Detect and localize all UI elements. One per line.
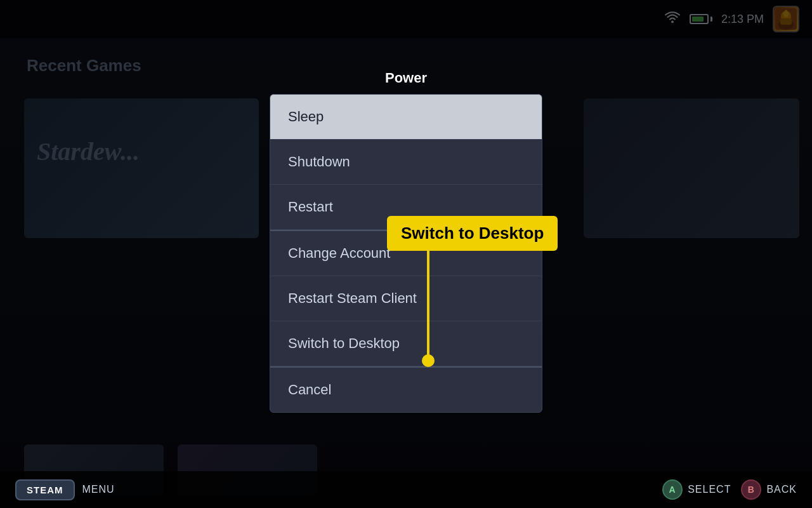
a-button-icon: A <box>662 479 683 500</box>
menu-item-restart-steam[interactable]: Restart Steam Client <box>270 276 542 321</box>
back-label: BACK <box>766 484 797 495</box>
menu-item-switch-desktop[interactable]: Switch to Desktop <box>270 321 542 366</box>
menu-item-restart[interactable]: Restart <box>270 185 542 230</box>
b-button-icon: B <box>741 479 761 500</box>
menu-label: MENU <box>82 484 115 495</box>
steam-button[interactable]: STEAM <box>15 479 75 500</box>
menu-item-cancel[interactable]: Cancel <box>270 366 542 412</box>
menu-item-shutdown[interactable]: Shutdown <box>270 140 542 185</box>
dialog-title: Power <box>270 70 542 86</box>
a-select-control: A SELECT <box>662 479 731 500</box>
select-label: SELECT <box>688 484 731 495</box>
menu-item-sleep[interactable]: Sleep <box>270 95 542 140</box>
menu-item-change-account[interactable]: Change Account <box>270 230 542 276</box>
power-dialog: Power Sleep Shutdown Restart Change Acco… <box>270 70 542 413</box>
b-back-control: B BACK <box>741 479 797 500</box>
power-menu-list: Sleep Shutdown Restart Change Account Re… <box>270 94 542 413</box>
bottom-right-controls: A SELECT B BACK <box>662 479 797 500</box>
bottom-bar: STEAM MENU A SELECT B BACK <box>0 471 812 508</box>
